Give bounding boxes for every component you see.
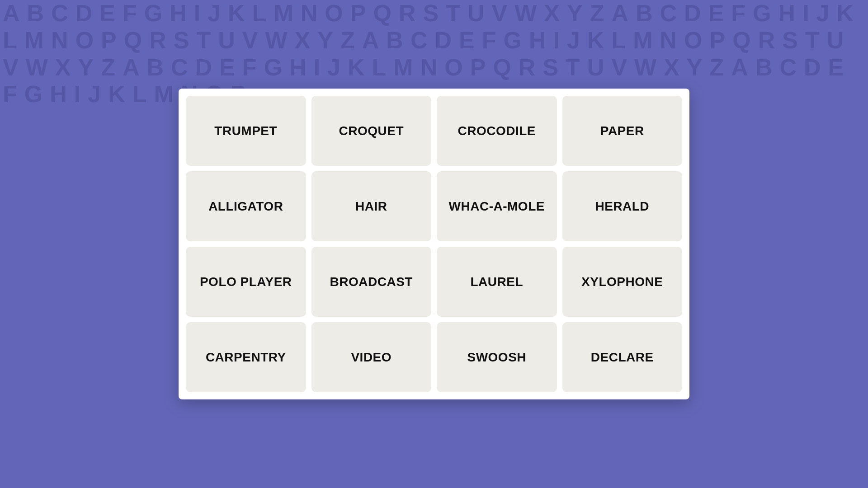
bg-letter: G: [261, 54, 287, 81]
bg-letter: E: [826, 54, 849, 81]
bg-letter: E: [706, 0, 729, 27]
card-declare[interactable]: DECLARE: [562, 322, 683, 392]
bg-letter: K: [834, 0, 859, 27]
card-label-declare: DECLARE: [591, 350, 654, 365]
bg-letter: F: [728, 0, 750, 27]
bg-letter: J: [564, 27, 585, 54]
bg-letter: B: [633, 0, 657, 27]
bg-letter: H: [526, 27, 551, 54]
card-label-polo-player: POLO PLAYER: [200, 275, 292, 289]
card-label-alligator: ALLIGATOR: [208, 199, 283, 214]
bg-letter: V: [0, 54, 23, 81]
card-whac-a-mole[interactable]: WHAC-A-MOLE: [437, 171, 557, 241]
bg-letter: S: [420, 0, 443, 27]
bg-letter: K: [225, 0, 250, 27]
bg-letter: O: [322, 0, 347, 27]
bg-letter: Z: [98, 54, 120, 81]
card-alligator[interactable]: ALLIGATOR: [186, 171, 306, 241]
card-xylophone[interactable]: XYLOPHONE: [562, 247, 683, 317]
card-label-swoosh: SWOOSH: [467, 350, 526, 365]
bg-letter: V: [609, 54, 632, 81]
bg-letter: K: [345, 54, 369, 81]
bg-letter: X: [52, 54, 75, 81]
card-label-carpentry: CARPENTRY: [206, 350, 286, 365]
bg-letter: W: [632, 54, 661, 81]
bg-letter: Y: [315, 27, 338, 54]
bg-letter: Y: [684, 54, 707, 81]
card-croquet[interactable]: CROQUET: [311, 96, 432, 166]
bg-letter: I: [71, 81, 85, 108]
card-label-hair: HAIR: [355, 199, 387, 214]
bg-letter: Z: [338, 27, 359, 54]
bg-letter: Z: [707, 54, 729, 81]
bg-letter: H: [776, 0, 800, 27]
card-video[interactable]: VIDEO: [311, 322, 432, 392]
card-label-herald: HERALD: [595, 199, 649, 214]
bg-letter: L: [369, 54, 391, 81]
bg-letter: C: [168, 54, 193, 81]
card-laurel[interactable]: LAUREL: [437, 247, 557, 317]
word-grid: TRUMPETCROQUETCROCODILEPAPERALLIGATORHAI…: [186, 96, 682, 392]
bg-letter: Q: [370, 0, 396, 27]
card-hair[interactable]: HAIR: [311, 171, 432, 241]
bg-letter: G: [22, 81, 47, 108]
bg-letter: R: [516, 54, 540, 81]
card-panel: TRUMPETCROQUETCROCODILEPAPERALLIGATORHAI…: [179, 89, 689, 399]
card-label-crocodile: CROCODILE: [458, 124, 536, 138]
card-label-croquet: CROQUET: [339, 124, 404, 138]
bg-letter: J: [325, 54, 345, 81]
bg-letter: M: [630, 27, 657, 54]
bg-letter: K: [585, 27, 609, 54]
bg-letter: T: [443, 0, 465, 27]
bg-letter: F: [479, 27, 501, 54]
bg-letter: P: [707, 27, 730, 54]
card-polo-player[interactable]: POLO PLAYER: [186, 247, 306, 317]
bg-letter: J: [205, 0, 225, 27]
bg-letter: X: [292, 27, 315, 54]
bg-letter: K: [105, 81, 130, 108]
bg-letter: Q: [730, 27, 755, 54]
bg-letter: U: [585, 54, 609, 81]
bg-letter: W: [23, 54, 52, 81]
bg-letter: O: [442, 54, 467, 81]
bg-letter: N: [48, 27, 73, 54]
bg-letter: N: [657, 27, 682, 54]
bg-letter: G: [500, 27, 526, 54]
bg-letter: U: [215, 27, 240, 54]
card-swoosh[interactable]: SWOOSH: [437, 322, 557, 392]
card-carpentry[interactable]: CARPENTRY: [186, 322, 306, 392]
bg-letter: H: [47, 81, 71, 108]
bg-letter: C: [408, 27, 432, 54]
card-trumpet[interactable]: TRUMPET: [186, 96, 306, 166]
bg-letter: J: [814, 0, 834, 27]
bg-letter: G: [142, 0, 167, 27]
card-crocodile[interactable]: CROCODILE: [437, 96, 557, 166]
card-paper[interactable]: PAPER: [562, 96, 683, 166]
bg-letter: L: [130, 81, 151, 108]
bg-letter: B: [383, 27, 408, 54]
bg-letter: M: [151, 81, 178, 108]
bg-letter: C: [657, 0, 682, 27]
bg-letter: F: [0, 81, 22, 108]
bg-letter: C: [777, 54, 801, 81]
bg-letter: G: [750, 0, 775, 27]
bg-letter: L: [609, 27, 630, 54]
bg-letter: P: [98, 27, 121, 54]
bg-letter: Y: [564, 0, 587, 27]
bg-letter: W: [263, 27, 292, 54]
bg-letter: W: [512, 0, 541, 27]
bg-letter: X: [541, 0, 564, 27]
bg-letter: S: [171, 27, 194, 54]
bg-letter: D: [73, 0, 97, 27]
bg-letter: L: [0, 27, 22, 54]
bg-letter: M: [391, 54, 417, 81]
card-herald[interactable]: HERALD: [562, 171, 683, 241]
bg-letter: I: [550, 27, 564, 54]
card-label-broadcast: BROADCAST: [330, 275, 413, 289]
bg-letter: B: [24, 0, 49, 27]
bg-letter: E: [97, 0, 120, 27]
card-label-paper: PAPER: [600, 124, 644, 138]
card-broadcast[interactable]: BROADCAST: [311, 247, 432, 317]
bg-letter: L: [250, 0, 271, 27]
bg-letter: T: [802, 27, 824, 54]
